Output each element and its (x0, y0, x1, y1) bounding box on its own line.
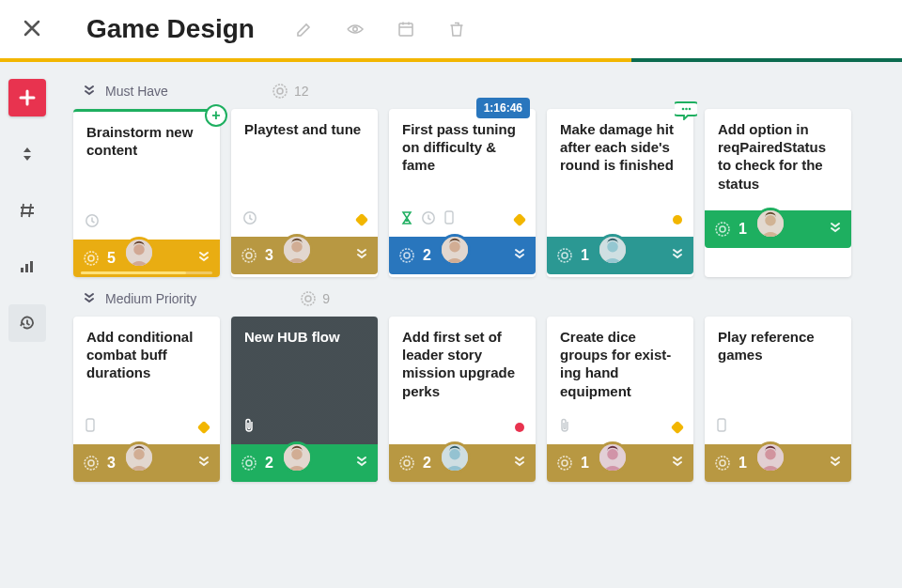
svg-point-12 (88, 255, 94, 261)
card-title: Add option in reqPairedStatus to check f… (705, 109, 851, 210)
task-card[interactable]: Make damage hit after each side's round … (547, 109, 693, 277)
task-card[interactable]: Add first set of leader story mission up… (389, 317, 536, 482)
avatar[interactable] (439, 234, 471, 266)
avatar[interactable] (754, 441, 786, 473)
priority-dot (355, 213, 368, 226)
timer-badge: 1:16:46 (476, 98, 530, 118)
svg-point-9 (277, 88, 283, 94)
hourglass-icon (400, 210, 413, 229)
svg-point-34 (720, 226, 725, 232)
avatar[interactable] (597, 441, 629, 473)
gear-icon (83, 455, 100, 472)
card-title: First pass tun­ing on difficulty & fame (389, 109, 536, 210)
card-title: Playtest and tune (231, 109, 378, 210)
svg-point-17 (246, 253, 252, 258)
task-card[interactable]: New HUB flow2 (231, 317, 378, 482)
section-count: 9 (300, 290, 330, 307)
close-button[interactable] (19, 14, 45, 44)
svg-point-14 (133, 244, 145, 255)
expand-icon[interactable] (671, 455, 684, 472)
card-footer: 2 (389, 444, 536, 482)
gear-icon (241, 247, 257, 264)
task-card[interactable]: Playtest and tune3 (231, 109, 378, 277)
svg-point-37 (302, 292, 315, 305)
expand-icon[interactable] (355, 247, 368, 264)
expand-icon[interactable] (513, 247, 526, 264)
task-card[interactable]: +Brainstorm new content5 (73, 109, 220, 277)
avatar[interactable] (597, 234, 629, 266)
svg-point-49 (404, 460, 410, 466)
card-icons (389, 418, 536, 444)
card-points: 2 (423, 247, 431, 264)
svg-point-57 (716, 456, 729, 470)
card-title: Add first set of leader story mission up… (389, 317, 536, 418)
card-title: Play reference games (705, 317, 851, 418)
card-points: 1 (739, 455, 747, 472)
svg-point-43 (133, 449, 145, 460)
collapse-icon (83, 291, 96, 307)
expand-icon[interactable] (829, 221, 842, 238)
history-button[interactable] (8, 304, 46, 342)
svg-point-52 (558, 456, 571, 470)
svg-rect-21 (445, 211, 453, 224)
gear-icon (556, 247, 573, 264)
svg-point-27 (685, 108, 688, 111)
expand-icon[interactable] (513, 455, 526, 472)
avatar[interactable] (123, 237, 155, 269)
card-row: Add conditional combat buff durations3Ne… (73, 317, 883, 482)
card-points: 2 (423, 455, 431, 472)
svg-rect-6 (25, 264, 28, 272)
section-label: Must Have (105, 84, 168, 99)
avatar[interactable] (281, 234, 313, 266)
eye-icon[interactable] (347, 21, 364, 38)
svg-point-51 (449, 449, 460, 460)
avatar[interactable] (754, 208, 786, 240)
edit-icon[interactable] (296, 21, 313, 38)
card-points: 1 (739, 221, 747, 238)
card-icons (73, 418, 220, 444)
avatar[interactable] (439, 441, 471, 473)
svg-point-38 (305, 296, 311, 302)
expand-icon[interactable] (671, 247, 684, 264)
svg-point-36 (765, 215, 776, 226)
svg-rect-7 (30, 261, 33, 272)
stats-button[interactable] (8, 248, 46, 286)
card-points: 5 (107, 250, 116, 267)
avatar[interactable] (123, 441, 155, 473)
board: Must Have12+Brainstorm new content5Playt… (54, 62, 902, 501)
task-card[interactable]: Add option in reqPairedStatus to check f… (705, 109, 851, 277)
sort-button[interactable] (8, 135, 46, 173)
expand-icon[interactable] (355, 455, 368, 472)
task-card[interactable]: Create dice groups for exist­ing hand eq… (547, 317, 693, 482)
add-button[interactable] (8, 79, 46, 116)
expand-icon[interactable] (197, 250, 210, 267)
plus-icon[interactable]: + (205, 104, 227, 127)
card-title: Create dice groups for exist­ing hand eq… (547, 317, 693, 418)
task-card[interactable]: 1:16:46First pass tun­ing on difficulty … (389, 109, 536, 277)
svg-point-29 (558, 249, 571, 262)
gear-icon (398, 247, 415, 264)
section-header[interactable]: Medium Priority9 (73, 277, 883, 317)
hash-button[interactable] (8, 192, 46, 229)
svg-point-8 (273, 85, 287, 98)
clip-icon (558, 418, 571, 437)
card-icons (231, 418, 378, 444)
card-points: 3 (265, 247, 273, 264)
expand-icon[interactable] (197, 455, 210, 472)
clip-white-icon (242, 418, 256, 437)
avatar[interactable] (281, 441, 313, 473)
task-card[interactable]: Add conditional combat buff durations3 (73, 317, 220, 482)
svg-rect-56 (718, 419, 725, 431)
svg-point-28 (689, 108, 692, 111)
comment-icon[interactable] (675, 100, 697, 124)
card-icons (231, 210, 378, 237)
expand-icon[interactable] (829, 455, 842, 472)
card-points: 2 (265, 455, 273, 472)
trash-icon[interactable] (448, 21, 465, 38)
card-points: 3 (107, 455, 116, 472)
card-footer: 2 (231, 444, 378, 482)
svg-point-48 (400, 456, 413, 470)
card-footer: 1 (705, 444, 851, 482)
task-card[interactable]: Play reference games1 (705, 317, 851, 482)
calendar-icon[interactable] (397, 21, 414, 38)
